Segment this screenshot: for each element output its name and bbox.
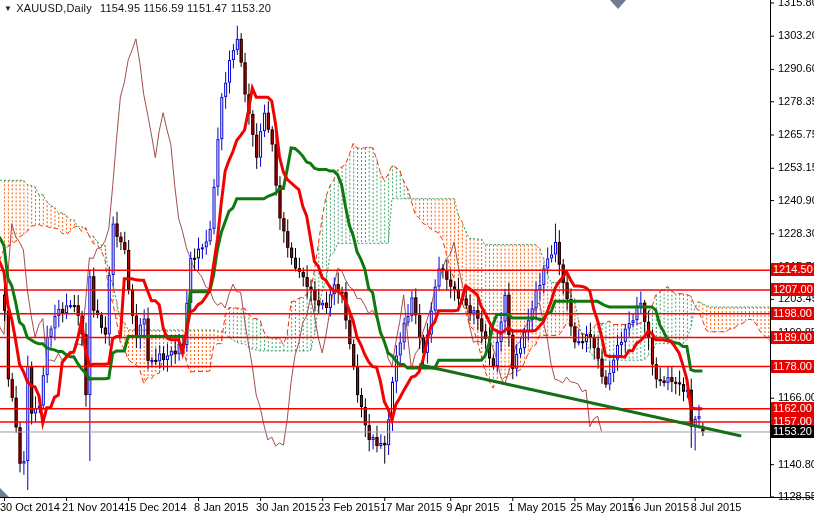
time-axis-label: 23 Feb 2015 [318,501,380,513]
level-price-badge: 1198.00 [771,307,814,320]
price-axis-label: 1265.75 [778,128,814,141]
chart-ohlc-quote: 1154.95 1156.59 1151.47 1153.20 [100,2,271,14]
time-axis-label: 9 Apr 2015 [446,501,499,513]
mt4-chart-window: ▼XAUUSD,Daily1154.95 1156.59 1151.47 115… [0,0,814,516]
time-axis-label: 1 May 2015 [508,501,565,513]
collapse-triangle-icon[interactable]: ▼ [4,4,12,13]
time-axis-label: 30 Oct 2014 [0,501,60,513]
price-axis-label: 1278.35 [778,95,814,108]
price-chart-canvas[interactable] [0,0,814,516]
time-axis-label: 25 May 2015 [570,501,634,513]
time-axis-label: 16 Jun 2015 [629,501,690,513]
price-axis-label: 1290.60 [778,62,814,75]
level-price-badge: 1178.00 [771,360,814,373]
chart-title: ▼XAUUSD,Daily1154.95 1156.59 1151.47 115… [4,2,271,14]
level-price-badge: 1214.50 [771,263,814,276]
chart-symbol-period: XAUUSD,Daily [16,2,92,14]
time-axis-label: 8 Jul 2015 [691,501,742,513]
price-axis-label: 1303.20 [778,29,814,42]
level-price-badge: 1189.00 [771,331,814,344]
price-axis-label: 1315.80 [778,0,814,9]
time-axis-label: 17 Mar 2015 [380,501,442,513]
level-price-badge: 1207.00 [771,283,814,296]
level-price-badge: 1162.00 [771,402,814,415]
current-price-badge: 1153.20 [771,425,814,438]
price-axis-label: 1128.55 [778,490,814,503]
chart-shift-marker-icon[interactable] [610,0,626,9]
time-axis-label: 8 Jan 2015 [194,501,248,513]
price-axis-label: 1140.80 [778,458,814,471]
time-axis-label: 30 Jan 2015 [256,501,317,513]
price-axis-label: 1253.15 [778,161,814,174]
price-axis-label: 1228.30 [778,227,814,240]
time-axis-label: 21 Nov 2014 [62,501,124,513]
history-edge-marker-icon [0,488,9,497]
time-axis-label: 15 Dec 2014 [124,501,186,513]
price-axis-label: 1240.90 [778,194,814,207]
